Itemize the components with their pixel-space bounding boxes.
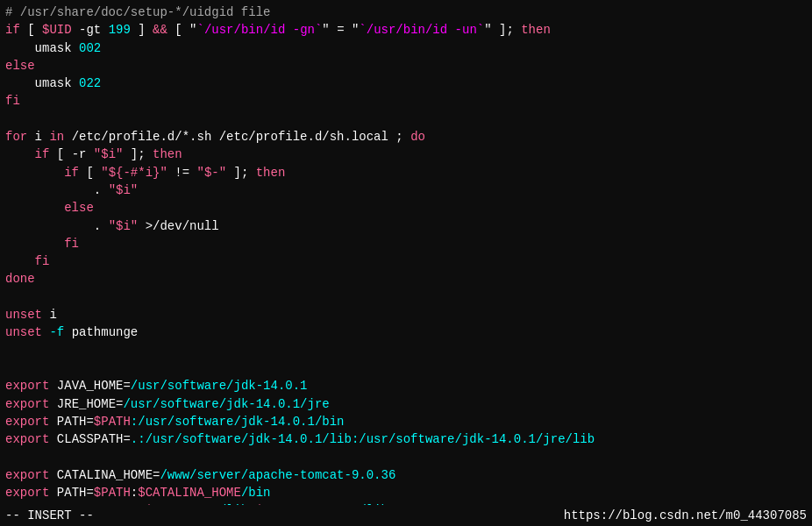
code-line-3: umask 002 — [5, 39, 807, 57]
blog-url: https://blog.csdn.net/m0_44307085 — [564, 507, 807, 524]
blank-line-2 — [5, 288, 807, 306]
code-line-18: unset i — [5, 306, 807, 323]
code-line-9: if [ -r "$i" ]; then — [5, 146, 807, 163]
code-line-24: export PATH=$PATH:/usr/software/jdk-14.0… — [5, 413, 807, 430]
blank-line-4 — [5, 359, 807, 377]
code-line-6: fi — [5, 92, 807, 110]
code-line-14: fi — [5, 235, 807, 252]
blank-line-3 — [5, 342, 807, 359]
code-line-28: export PATH=$PATH:$CATALINA_HOME/bin — [5, 484, 807, 501]
code-line-12: else — [5, 199, 807, 217]
blank-line-5 — [5, 448, 807, 466]
code-line-5: umask 022 — [5, 75, 807, 92]
blank-line-1 — [5, 110, 807, 128]
code-line-2: if [ $UID -gt 199 ] && [ "`/usr/bin/id -… — [5, 21, 807, 39]
code-line-19: unset -f pathmunge — [5, 323, 807, 341]
code-line-10: if [ "${-#*i}" != "$-" ]; then — [5, 164, 807, 181]
code-line-22: export JAVA_HOME=/usr/software/jdk-14.0.… — [5, 377, 807, 394]
code-line-25: export CLASSPATH=.:/usr/software/jdk-14.… — [5, 430, 807, 448]
code-line-13: . "$i" >/dev/null — [5, 217, 807, 235]
insert-mode-indicator: -- INSERT -- — [5, 507, 94, 524]
code-line-15: fi — [5, 252, 807, 270]
code-line-27: export CATALINA_HOME=/www/server/apache-… — [5, 466, 807, 484]
code-line-23: export JRE_HOME=/usr/software/jdk-14.0.1… — [5, 395, 807, 413]
code-line-16: done — [5, 270, 807, 288]
code-line-8: for i in /etc/profile.d/*.sh /etc/profil… — [5, 128, 807, 146]
code-line-1: # /usr/share/doc/setup-*/uidgid file — [5, 4, 807, 21]
code-line-4: else — [5, 57, 807, 75]
terminal-window: # /usr/share/doc/setup-*/uidgid file if … — [0, 0, 812, 526]
code-line-11: . "$i" — [5, 181, 807, 199]
status-bar: -- INSERT -- https://blog.csdn.net/m0_44… — [0, 505, 812, 526]
